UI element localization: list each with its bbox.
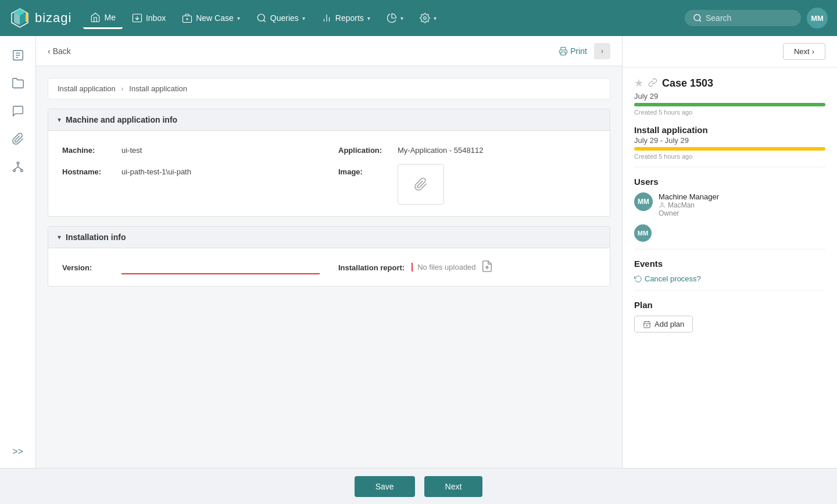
logo-text: bizagi bbox=[35, 10, 71, 26]
section-installation-info-chevron: ▾ bbox=[58, 233, 61, 241]
add-plan-button[interactable]: Add plan bbox=[634, 316, 693, 333]
nav-queries[interactable]: Queries ▾ bbox=[249, 8, 312, 28]
svg-point-10 bbox=[257, 14, 264, 21]
back-button[interactable]: ‹ Back bbox=[48, 47, 71, 56]
case-title: Case 1503 bbox=[662, 77, 713, 90]
upload-area: No files uploaded bbox=[412, 260, 596, 274]
search-box[interactable]: Search bbox=[685, 10, 801, 26]
date-label: July 29 bbox=[634, 92, 825, 101]
user-avatar[interactable]: MM bbox=[807, 8, 828, 28]
svg-point-15 bbox=[424, 17, 427, 20]
nav-activity[interactable]: ▾ bbox=[380, 8, 410, 28]
field-image-label: Image: bbox=[338, 164, 391, 176]
form-header-right: Print › bbox=[559, 43, 610, 59]
upload-icon-button[interactable] bbox=[481, 260, 493, 274]
upload-no-files-text: No files uploaded bbox=[412, 263, 475, 271]
save-button[interactable]: Save bbox=[355, 476, 415, 497]
nav-activity-chevron: ▾ bbox=[400, 15, 403, 22]
form-grid-installation: Version: Installation report: No files u… bbox=[62, 260, 596, 274]
sidebar-icon-network[interactable] bbox=[6, 155, 30, 179]
next-button-top[interactable]: Next › bbox=[783, 43, 825, 60]
field-hostname: Hostname: ui-path-test-1\ui-path bbox=[62, 164, 320, 205]
next-button[interactable]: Next bbox=[424, 476, 483, 497]
nav-reports[interactable]: Reports ▾ bbox=[314, 8, 377, 28]
field-machine-value: ui-test bbox=[121, 142, 320, 155]
image-upload-box[interactable] bbox=[398, 164, 444, 205]
user-item-1: MM Machine Manager MacMan Owner bbox=[634, 192, 825, 217]
svg-rect-31 bbox=[644, 321, 650, 328]
user-info-1: Machine Manager MacMan Owner bbox=[659, 192, 719, 217]
section-machine-app-header[interactable]: ▾ Machine and application info bbox=[48, 109, 610, 131]
section-installation-info-header[interactable]: ▾ Installation info bbox=[48, 227, 610, 248]
nav-queries-chevron: ▾ bbox=[302, 15, 305, 22]
field-hostname-label: Hostname: bbox=[62, 164, 115, 176]
sidebar-icon-attachment[interactable] bbox=[6, 127, 30, 151]
svg-line-26 bbox=[14, 167, 17, 170]
svg-point-23 bbox=[13, 170, 15, 172]
logo[interactable]: bizagi bbox=[9, 8, 71, 28]
user-name-1: Machine Manager bbox=[659, 192, 719, 201]
nav-reports-chevron: ▾ bbox=[367, 15, 370, 22]
right-panel-header: Next › bbox=[623, 36, 837, 67]
add-plan-label: Add plan bbox=[654, 320, 684, 328]
cancel-process-link[interactable]: Cancel process? bbox=[634, 274, 825, 283]
svg-marker-3 bbox=[26, 12, 28, 23]
section-installation-info-body: Version: Installation report: No files u… bbox=[48, 248, 610, 286]
field-image: Image: bbox=[338, 164, 596, 205]
field-installation-report-label: Installation report: bbox=[338, 260, 405, 272]
bottom-bar: Save Next bbox=[0, 468, 837, 504]
field-version-input[interactable] bbox=[121, 260, 320, 274]
sidebar-icon-documents[interactable] bbox=[6, 43, 30, 67]
field-installation-report: Installation report: No files uploaded bbox=[338, 260, 596, 274]
nav-inbox-label: Inbox bbox=[146, 13, 166, 23]
breadcrumb: Install application › Install applicatio… bbox=[48, 78, 610, 99]
nav-new-case[interactable]: New Case ▾ bbox=[175, 8, 247, 28]
sidebar-icon-folder[interactable] bbox=[6, 71, 30, 95]
sidebar-expand-button[interactable]: >> bbox=[6, 442, 30, 461]
section-machine-app: ▾ Machine and application info Machine: … bbox=[48, 109, 610, 217]
nav-me[interactable]: Me bbox=[83, 8, 122, 29]
events-title: Events bbox=[634, 259, 825, 269]
case-created-text: Created 5 hours ago bbox=[634, 109, 825, 116]
next-button-top-label: Next bbox=[794, 47, 810, 56]
left-sidebar: >> bbox=[0, 36, 36, 468]
field-application: Application: My-Application - 5548112 bbox=[338, 142, 596, 155]
process-created-text: Created 5 hours ago bbox=[634, 153, 825, 160]
process-title: Install application bbox=[634, 125, 825, 135]
nav-new-case-label: New Case bbox=[196, 13, 234, 23]
section-installation-info: ▾ Installation info Version: bbox=[48, 226, 610, 287]
form-grid-machine: Machine: ui-test Application: My-Applica… bbox=[62, 142, 596, 205]
back-label: Back bbox=[53, 47, 71, 56]
user-account-1: MacMan bbox=[659, 201, 719, 209]
svg-line-27 bbox=[18, 167, 22, 170]
progress-bar-yellow bbox=[634, 147, 825, 151]
sidebar-icon-chat[interactable] bbox=[6, 99, 30, 123]
link-icon bbox=[648, 78, 657, 89]
file-upload-icon bbox=[481, 260, 493, 273]
users-title: Users bbox=[634, 177, 825, 187]
nav-reports-label: Reports bbox=[335, 13, 364, 23]
section-machine-app-chevron: ▾ bbox=[58, 116, 61, 124]
nav-queries-label: Queries bbox=[270, 13, 299, 23]
field-hostname-value: ui-path-test-1\ui-path bbox=[121, 164, 320, 176]
nav-new-case-chevron: ▾ bbox=[237, 15, 240, 22]
progress-bar-green bbox=[634, 103, 825, 106]
main-area: >> ‹ Back Print › bbox=[0, 36, 837, 468]
field-version: Version: bbox=[62, 260, 320, 274]
breadcrumb-part1: Install application bbox=[58, 84, 116, 93]
case-title-row: ★ Case 1503 bbox=[634, 77, 825, 90]
star-icon[interactable]: ★ bbox=[634, 77, 643, 90]
section-machine-app-title: Machine and application info bbox=[66, 115, 177, 124]
top-navigation: bizagi Me Inbox New Case ▾ Queries ▾ Rep… bbox=[0, 0, 837, 36]
print-button[interactable]: Print bbox=[559, 47, 587, 56]
breadcrumb-part2: Install application bbox=[129, 84, 187, 93]
back-arrow: ‹ bbox=[48, 47, 51, 56]
section-installation-info-title: Installation info bbox=[66, 233, 126, 242]
form-body: Install application › Install applicatio… bbox=[36, 66, 622, 468]
nav-settings[interactable]: ▾ bbox=[413, 8, 443, 28]
nav-inbox[interactable]: Inbox bbox=[125, 8, 173, 28]
field-version-label: Version: bbox=[62, 260, 115, 272]
svg-point-22 bbox=[17, 162, 19, 165]
panel-toggle-button[interactable]: › bbox=[594, 43, 610, 59]
print-label: Print bbox=[570, 47, 587, 56]
